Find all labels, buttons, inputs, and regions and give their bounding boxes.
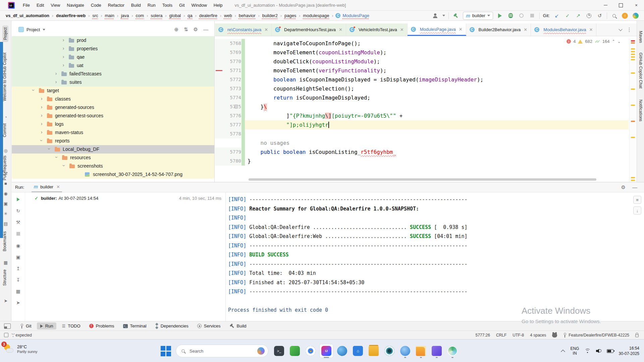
gear-icon[interactable]: ⚙ xyxy=(621,184,626,190)
rerun-icon[interactable] xyxy=(15,196,21,202)
ring-app-icon[interactable] xyxy=(383,344,396,358)
menu-run[interactable]: Run xyxy=(144,0,159,11)
breadcrumb-item[interactable]: global xyxy=(169,13,181,18)
language-indicator[interactable]: ENG IN xyxy=(571,346,579,356)
debug-button[interactable] xyxy=(507,12,515,19)
close-icon[interactable]: ✕ xyxy=(264,27,268,32)
chevron-collapsed-icon[interactable]: › xyxy=(54,71,58,76)
breadcrumb-item[interactable]: modulespage xyxy=(303,13,329,18)
chevron-collapsed-icon[interactable]: › xyxy=(40,104,44,110)
tool-window-button-git[interactable]: Git xyxy=(17,322,35,329)
grid-icon[interactable]: ▦ xyxy=(15,288,21,294)
notes-search-icon[interactable] xyxy=(430,344,443,358)
code-editor[interactable]: 5768 navigateToCouponInfoPage();5769 mov… xyxy=(215,39,629,182)
git-commit-icon[interactable]: ✓ xyxy=(564,12,571,19)
pin-icon[interactable]: ➤ xyxy=(15,300,21,306)
breadcrumb-item[interactable]: pages xyxy=(284,13,297,18)
close-icon[interactable]: ✕ xyxy=(400,27,404,32)
tool-window-button-run[interactable]: Run xyxy=(37,322,57,329)
breadcrumb-item[interactable]: builder2 xyxy=(262,13,278,18)
code-with-me-icon[interactable] xyxy=(632,12,639,19)
run-tab-builder[interactable]: m builder ✕ xyxy=(32,182,62,192)
chevron-collapsed-icon[interactable]: › xyxy=(40,96,44,101)
rerun-failed-icon[interactable]: ↻ xyxy=(15,208,21,214)
camera-icon[interactable]: ▣ xyxy=(15,254,21,260)
scroll-up-icon[interactable]: ↥ xyxy=(15,265,21,272)
weather-widget[interactable]: 3 28°C Partly sunny xyxy=(3,344,38,354)
scroll-down-icon[interactable]: ↧ xyxy=(15,277,21,283)
caret-position[interactable]: 5777:26 xyxy=(475,333,490,338)
tree-row[interactable]: ›qae xyxy=(12,53,214,61)
sparkle-icon[interactable]: ✳ xyxy=(3,210,9,217)
build-project-icon[interactable] xyxy=(452,12,460,19)
git-rollback-icon[interactable]: ↺ xyxy=(596,12,603,19)
close-button[interactable]: × xyxy=(629,0,644,11)
menu-build[interactable]: Build xyxy=(128,0,144,11)
run-result-row[interactable]: ✓ builder: At 30-07-2025 14:54 4 min, 10… xyxy=(35,196,221,201)
tool-stripe-pull-requests[interactable]: Pull Requests xyxy=(2,156,7,180)
locate-file-icon[interactable]: ⊕ xyxy=(174,26,178,33)
maximize-button[interactable] xyxy=(613,0,629,11)
tab-options-icon[interactable]: ⋮ xyxy=(627,26,632,33)
git-push-icon[interactable]: ↗ xyxy=(575,12,582,19)
tree-row[interactable]: ›generated-sources xyxy=(12,103,214,112)
chevron-collapsed-icon[interactable]: › xyxy=(40,113,44,118)
taskbar-search[interactable]: Search xyxy=(176,345,268,357)
tool-stripe-commit[interactable]: Commit xyxy=(2,123,7,137)
breadcrumb-item[interactable]: web xyxy=(224,13,232,18)
terminal-app-icon[interactable]: >_ xyxy=(272,344,286,358)
tool-window-button-dependencies[interactable]: Dependencies xyxy=(152,322,192,330)
tool-stripe-bookmarks[interactable]: Bookmarks xyxy=(2,231,7,251)
minimize-button[interactable] xyxy=(598,0,613,11)
breadcrumb-item[interactable]: main xyxy=(105,13,115,18)
stop-button[interactable] xyxy=(529,12,536,19)
menu-help[interactable]: Help xyxy=(210,0,226,11)
green-leaf-app-icon[interactable] xyxy=(288,344,302,358)
tree-row[interactable]: ›properties xyxy=(12,45,214,53)
chevron-collapsed-icon[interactable]: › xyxy=(61,46,65,51)
copilot-icon[interactable]: ◔ xyxy=(3,114,9,120)
tool-window-button-terminal[interactable]: >_Terminal xyxy=(120,322,150,329)
eye-icon[interactable]: ◉ xyxy=(3,190,9,196)
file-encoding[interactable]: UTF-8 xyxy=(513,333,524,338)
tree-row[interactable]: ›uat xyxy=(12,61,214,70)
soft-wrap-icon[interactable]: ≡ xyxy=(633,196,641,204)
wrench-icon[interactable]: ⚒ xyxy=(3,170,9,176)
breadcrumb-item[interactable]: qa xyxy=(187,13,193,18)
hide-panel-icon[interactable]: — xyxy=(203,26,208,33)
tree-row[interactable]: ›Local_Debug_DF xyxy=(12,145,214,154)
tree-row[interactable]: ›reports xyxy=(12,137,214,145)
menu-file[interactable]: File xyxy=(19,0,33,11)
people-search-icon[interactable] xyxy=(398,344,412,358)
tool-stripe-copilot[interactable]: Welcome to GitHub Copilot xyxy=(2,53,7,101)
breadcrumb-item[interactable]: CModulesPage xyxy=(335,13,370,18)
menu-git[interactable]: Git xyxy=(176,0,188,11)
editor-tab[interactable]: Cre\Constants.java✕ xyxy=(215,23,272,36)
close-icon[interactable]: ✕ xyxy=(589,27,593,32)
chevron-collapsed-icon[interactable]: › xyxy=(54,79,58,84)
mysql-workbench-icon[interactable] xyxy=(335,344,349,358)
breadcrumb-item[interactable]: dealerfire-web xyxy=(56,13,86,18)
scroll-to-end-icon[interactable]: ↓ xyxy=(633,206,641,215)
prev-issue-icon[interactable]: ⌃ xyxy=(612,39,615,44)
microsoft-store-icon[interactable]: ⌂ xyxy=(351,344,365,358)
gear-icon[interactable]: ⚙ xyxy=(194,26,198,33)
tool-window-button-problems[interactable]: !Problems xyxy=(86,322,118,329)
chrome-icon[interactable] xyxy=(304,344,317,358)
breadcrumb-item[interactable]: com xyxy=(136,13,145,18)
close-icon[interactable]: ✕ xyxy=(459,27,463,32)
breadcrumb-item[interactable]: behavior xyxy=(238,13,256,18)
hide-panel-icon[interactable]: — xyxy=(632,184,637,190)
breadcrumb-item[interactable]: solera xyxy=(150,13,163,18)
horizontal-scrollbar[interactable] xyxy=(249,178,596,181)
menu-navigate[interactable]: Navigate xyxy=(63,0,87,11)
user-icon[interactable] xyxy=(432,12,439,19)
menu-window[interactable]: Window xyxy=(188,0,210,11)
tool-window-button-todo[interactable]: ☰TODO xyxy=(58,322,84,329)
tree-row[interactable]: ›classes xyxy=(12,95,214,103)
gutter-marker-icon[interactable] xyxy=(234,105,238,109)
tree-row[interactable]: ›failedTestcases xyxy=(12,70,214,78)
error-stripe[interactable] xyxy=(629,39,637,182)
tool-stripe-project[interactable]: Project xyxy=(2,25,8,42)
editor-tab[interactable]: CDepartmentHoursTest.java✕ xyxy=(272,23,346,36)
